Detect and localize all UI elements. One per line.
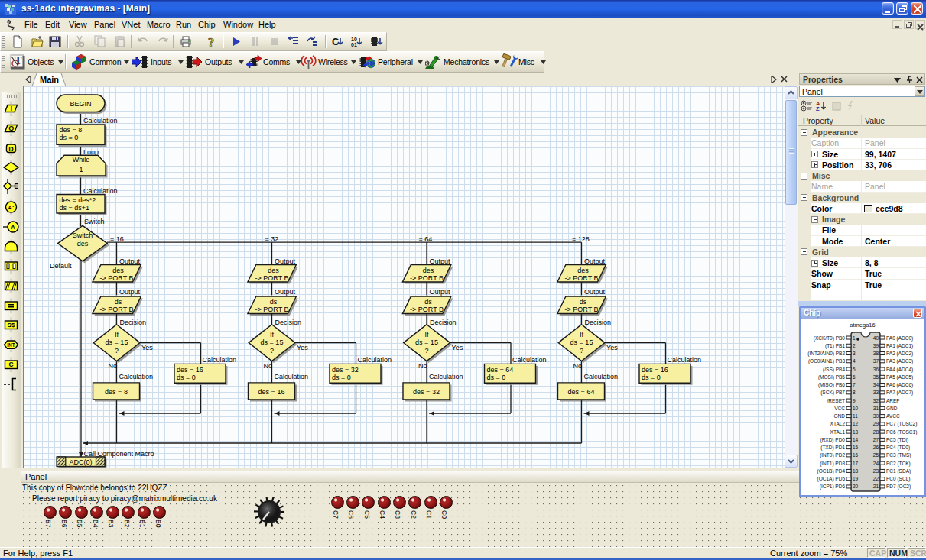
- svg-text:= 128: = 128: [572, 235, 590, 243]
- svg-text:(INT1) PD3: (INT1) PD3: [820, 461, 845, 467]
- svg-text:9: 9: [853, 398, 856, 403]
- svg-text:(OC0/AIN1) PB3: (OC0/AIN1) PB3: [808, 358, 845, 364]
- svg-text:35: 35: [873, 374, 879, 380]
- svg-text:-> PORT B: -> PORT B: [100, 274, 134, 282]
- svg-text:Output: Output: [584, 288, 606, 296]
- svg-text:des = 32: des = 32: [413, 388, 440, 396]
- svg-text:INT: INT: [7, 342, 15, 348]
- svg-text:18: 18: [853, 468, 859, 474]
- svg-text:Decision: Decision: [430, 319, 457, 326]
- svg-text:Calculation: Calculation: [429, 373, 463, 380]
- svg-text:Calculation: Calculation: [512, 356, 547, 364]
- svg-text:= 64: = 64: [419, 235, 433, 243]
- svg-text:= 32: = 32: [265, 235, 279, 243]
- svg-text:des = 16: des = 16: [642, 366, 668, 374]
- svg-text:GND: GND: [834, 413, 846, 419]
- svg-text:(T1) PB1: (T1) PB1: [825, 343, 845, 349]
- svg-text:26: 26: [873, 445, 879, 450]
- svg-text:?: ?: [580, 347, 583, 354]
- svg-text:28: 28: [873, 429, 879, 435]
- svg-text:-> PORT B: -> PORT B: [255, 306, 289, 313]
- svg-text:30: 30: [873, 413, 879, 419]
- svg-text:Decision: Decision: [120, 319, 147, 326]
- svg-text:1: 1: [853, 335, 856, 341]
- svg-text:PC0 (SCL): PC0 (SCL): [886, 476, 910, 482]
- svg-text:Yes: Yes: [297, 344, 308, 351]
- svg-text:S$: S$: [8, 322, 15, 329]
- svg-text:-> PORT B: -> PORT B: [100, 306, 134, 313]
- svg-text:des = des*2: des = des*2: [60, 196, 96, 204]
- svg-text:des: des: [577, 267, 589, 274]
- svg-text:D: D: [8, 145, 14, 153]
- svg-text:12: 12: [853, 421, 859, 426]
- svg-text:37: 37: [873, 358, 879, 364]
- svg-text:(OC1B) PD4: (OC1B) PD4: [817, 468, 846, 474]
- svg-text:ds = 15: ds = 15: [106, 338, 128, 346]
- svg-text:Yes: Yes: [141, 344, 153, 351]
- svg-text:No: No: [109, 362, 118, 370]
- svg-text:Z: Z: [816, 105, 820, 112]
- svg-text:Decision: Decision: [585, 319, 612, 326]
- svg-text:If: If: [580, 331, 584, 338]
- svg-text:ds: ds: [270, 298, 278, 306]
- svg-text:?: ?: [208, 35, 215, 48]
- svg-text:Calculation: Calculation: [203, 356, 237, 364]
- svg-text:3: 3: [853, 351, 856, 356]
- svg-text:Output: Output: [430, 288, 451, 296]
- svg-text:O: O: [8, 125, 14, 132]
- svg-text:ds = 0: ds = 0: [177, 374, 196, 381]
- svg-text:PA2 (ADC2): PA2 (ADC2): [886, 351, 913, 357]
- svg-text:19: 19: [853, 476, 859, 481]
- svg-text:-> PORT B: -> PORT B: [410, 306, 444, 313]
- svg-text:22: 22: [873, 476, 879, 481]
- svg-text:PC4 (TD0): PC4 (TD0): [886, 445, 910, 451]
- svg-text:des: des: [77, 240, 89, 248]
- svg-text:No: No: [264, 362, 273, 370]
- svg-text:-> PORT B: -> PORT B: [410, 274, 444, 282]
- svg-text:8: 8: [853, 390, 856, 395]
- svg-text:Calculation: Calculation: [83, 117, 118, 125]
- svg-text:PC2 (TCK): PC2 (TCK): [886, 461, 911, 467]
- svg-text:39: 39: [873, 343, 879, 348]
- svg-text:01: 01: [351, 42, 357, 47]
- svg-text:GND: GND: [886, 406, 898, 411]
- svg-text:Calculation: Calculation: [584, 373, 619, 380]
- svg-text:While: While: [73, 156, 90, 163]
- svg-text:Yes: Yes: [606, 344, 618, 351]
- svg-text:PC7 (TOSC2): PC7 (TOSC2): [886, 421, 917, 427]
- svg-text:ds = 15: ds = 15: [261, 338, 284, 346]
- svg-text:Output: Output: [275, 288, 296, 296]
- svg-text:1: 1: [79, 166, 83, 173]
- svg-text:Output: Output: [119, 288, 141, 296]
- svg-text:10: 10: [351, 37, 357, 42]
- svg-text:23: 23: [873, 468, 879, 474]
- svg-text:29: 29: [873, 421, 879, 426]
- svg-text:C: C: [8, 361, 13, 368]
- svg-text:If: If: [424, 331, 429, 338]
- svg-text:VCC: VCC: [834, 406, 845, 411]
- svg-text:Output: Output: [430, 257, 451, 265]
- svg-text:Switch: Switch: [84, 218, 105, 225]
- svg-text:des = 32: des = 32: [332, 366, 359, 374]
- svg-text:7: 7: [853, 382, 856, 387]
- svg-text:PC6 (TOSC1): PC6 (TOSC1): [886, 429, 917, 435]
- svg-text:40: 40: [873, 335, 879, 341]
- svg-text:14: 14: [853, 437, 859, 442]
- svg-text:(XCK/T0) PB0: (XCK/T0) PB0: [814, 335, 846, 342]
- svg-text:/RESET: /RESET: [827, 398, 846, 403]
- svg-text:10: 10: [853, 406, 859, 411]
- svg-text:17: 17: [853, 461, 859, 466]
- svg-text:des = 16: des = 16: [258, 388, 285, 396]
- svg-text:ds = 0: ds = 0: [487, 374, 506, 381]
- svg-text:PC5 (TDI): PC5 (TDI): [886, 437, 908, 443]
- svg-text:27: 27: [873, 437, 879, 442]
- svg-text:34: 34: [873, 382, 879, 387]
- svg-text:4: 4: [853, 358, 856, 364]
- svg-text:Calculation: Calculation: [83, 187, 118, 195]
- svg-text:Switch: Switch: [73, 231, 93, 239]
- svg-text:ds: ds: [580, 298, 587, 306]
- svg-text:13: 13: [853, 429, 859, 435]
- svg-text:Default: Default: [50, 262, 72, 270]
- svg-text:XTAL2: XTAL2: [830, 421, 846, 426]
- svg-text:If: If: [270, 331, 275, 338]
